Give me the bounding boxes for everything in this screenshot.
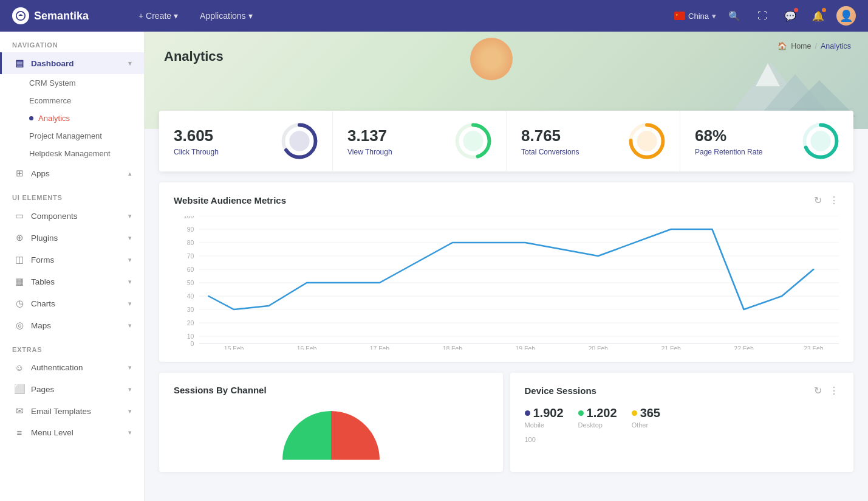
other-label: Other [632,421,660,429]
maps-chevron-icon: ▾ [128,322,132,330]
metric-ret-info: 68% Page Retention Rate [695,126,762,156]
metric-view-value: 3.137 [347,126,392,145]
tables-chevron-icon: ▾ [128,278,132,286]
applications-button[interactable]: Applications ▾ [195,9,258,23]
apps-icon: ⊞ [14,168,25,179]
sidebar-item-maps[interactable]: ◎ Maps ▾ [0,314,144,336]
device-refresh-icon[interactable]: ↻ [814,385,822,396]
website-metrics-actions: ↻ ⋮ [814,195,839,206]
svg-text:0: 0 [191,340,194,347]
sidebar-item-dashboard[interactable]: ▤ Dashboard ▾ [0,52,144,74]
svg-text:30: 30 [187,306,194,313]
plugins-icon: ⊕ [14,232,25,243]
top-navigation: Semantika + Create ▾ Applications ▾ ★ Ch… [0,0,868,32]
nav-section-extras: EXTRAS [0,336,144,357]
device-more-icon[interactable]: ⋮ [829,385,839,396]
sidebar-item-charts[interactable]: ◷ Charts ▾ [0,292,144,314]
svg-text:70: 70 [187,253,194,260]
sidebar-item-authentication-label: Authentication [31,363,83,372]
desktop-dot-icon [578,410,584,416]
website-metrics-header: Website Audience Metrics ↻ ⋮ [174,195,839,206]
sessions-channel-header: Sessions By Channel [174,385,488,395]
sidebar-item-apps[interactable]: ⊞ Apps ▴ [0,162,144,184]
device-stat-mobile: 1.902 Mobile [525,406,564,429]
sidebar-item-plugins[interactable]: ⊕ Plugins ▾ [0,227,144,249]
language-chevron-icon: ▾ [712,12,716,21]
mobile-label: Mobile [525,421,564,429]
metric-conv-chart [629,123,665,159]
sidebar-item-maps-label: Maps [31,321,51,330]
svg-text:21 Feb: 21 Feb [661,345,681,350]
metric-conv-label: Total Conversions [521,148,579,156]
applications-chevron-icon: ▾ [248,11,253,21]
sidebar-item-forms[interactable]: ◫ Forms ▾ [0,249,144,271]
svg-text:15 Feb: 15 Feb [224,345,244,350]
search-button[interactable]: 🔍 [725,6,744,26]
sidebar: NAVIGATION ▤ Dashboard ▾ CRM System Ecom… [0,32,145,501]
breadcrumb-separator: / [815,42,816,50]
breadcrumb-current: Analytics [821,42,851,50]
create-button[interactable]: + Create ▾ [134,9,183,23]
website-metrics-title: Website Audience Metrics [174,195,286,206]
flag-icon: ★ [674,12,685,20]
metric-ret-label: Page Retention Rate [695,148,762,156]
sidebar-item-pages[interactable]: ⬜ Pages ▾ [0,378,144,400]
notification-button[interactable]: 🔔 [808,6,828,26]
sidebar-item-plugins-label: Plugins [31,233,58,243]
language-selector[interactable]: ★ China ▾ [674,12,716,21]
sidebar-item-analytics[interactable]: Analytics [0,109,144,127]
desktop-value: 1.202 [587,406,617,420]
metric-click-chart [281,123,318,159]
device-sessions-header: Device Sessions ↻ ⋮ [525,385,839,396]
sessions-channel-title: Sessions By Channel [174,385,267,395]
device-stat-desktop: 1.202 Desktop [578,406,617,429]
sidebar-item-tables[interactable]: ▦ Tables ▾ [0,271,144,292]
chat-notification-dot [794,8,798,12]
analytics-dot-icon [29,116,33,120]
sidebar-item-menu-level-label: Menu Level [31,428,73,437]
sidebar-item-charts-label: Charts [31,299,55,308]
home-icon: 🏠 [777,41,787,50]
svg-text:80: 80 [187,240,194,246]
device-chart-scale-100: 100 [525,436,839,443]
svg-point-16 [810,131,830,151]
dashboard-chevron-icon: ▾ [128,60,132,67]
device-stats-list: 1.902 Mobile 1.202 Desktop [525,406,839,429]
charts-chevron-icon: ▾ [128,300,132,308]
fullscreen-button[interactable]: ⛶ [753,6,772,26]
user-avatar[interactable]: 👤 [836,6,856,26]
sidebar-item-authentication[interactable]: ☺ Authentication ▾ [0,357,144,378]
metric-ret-chart [802,123,839,159]
email-templates-icon: ✉ [14,406,25,416]
metric-click-value: 3.605 [174,126,219,145]
logo[interactable]: Semantika [12,7,121,24]
svg-text:19 Feb: 19 Feb [516,345,536,350]
refresh-icon[interactable]: ↻ [814,195,822,206]
sidebar-item-label: Dashboard [31,59,74,68]
sidebar-item-helpdesk[interactable]: Helpdesk Management [0,145,144,162]
more-options-icon[interactable]: ⋮ [829,195,839,206]
metric-cards-container: 3.605 Click Through 3.137 View Through [159,111,853,171]
sidebar-item-crm[interactable]: CRM System [0,74,144,92]
svg-text:50: 50 [187,280,194,286]
desktop-label: Desktop [578,421,617,429]
forms-chevron-icon: ▾ [128,256,132,264]
sidebar-item-menu-level[interactable]: ≡ Menu Level ▾ [0,422,144,443]
svg-point-10 [463,131,483,151]
chat-button[interactable]: 💬 [781,6,800,26]
sidebar-item-project-management[interactable]: Project Management [0,127,144,145]
svg-text:10: 10 [187,333,194,340]
svg-text:40: 40 [187,293,194,300]
breadcrumb-home[interactable]: Home [791,42,811,50]
device-sessions-title: Device Sessions [525,385,596,396]
metric-conv-info: 8.765 Total Conversions [521,126,579,156]
svg-point-13 [637,131,657,151]
sidebar-item-forms-label: Forms [31,255,54,264]
sidebar-item-pages-label: Pages [31,385,54,394]
sidebar-item-components[interactable]: ▭ Components ▾ [0,205,144,227]
dashboard-icon: ▤ [14,58,25,69]
sidebar-item-ecommerce[interactable]: Ecommerce [0,92,144,109]
sidebar-item-email-templates[interactable]: ✉ Email Templates ▾ [0,400,144,422]
maps-icon: ◎ [14,320,25,331]
pages-chevron-icon: ▾ [128,385,132,393]
